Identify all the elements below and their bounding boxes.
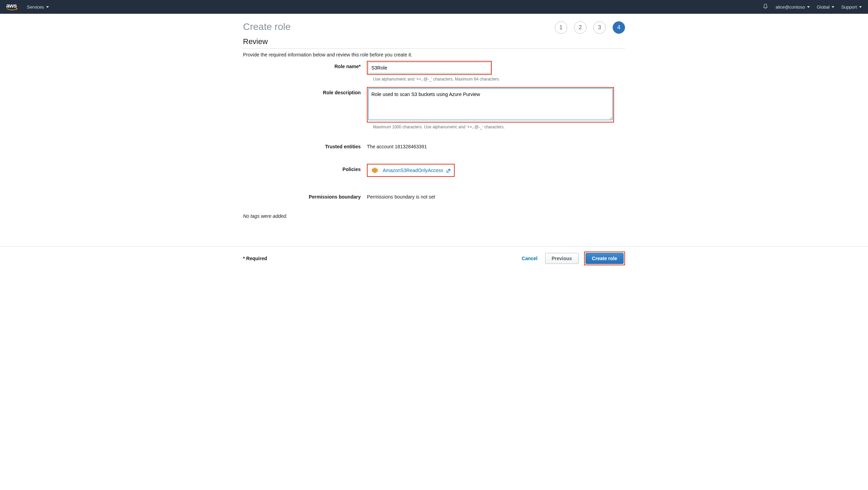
role-name-hint: Use alphanumeric and '+=,.@-_' character… xyxy=(373,77,625,82)
external-link-icon xyxy=(446,169,451,173)
section-heading: Review xyxy=(243,37,625,49)
step-1[interactable]: 1 xyxy=(555,21,567,34)
step-indicator: 1 2 3 4 xyxy=(555,21,625,34)
notifications-button[interactable] xyxy=(762,3,769,11)
policy-name: AmazonS3ReadOnlyAccess xyxy=(383,168,443,173)
footer: * Required Cancel Previous Create role xyxy=(0,246,868,270)
no-tags-note: No tags were added. xyxy=(243,213,625,219)
services-menu[interactable]: Services xyxy=(27,4,49,10)
required-note: * Required xyxy=(243,256,267,261)
policy-box-icon xyxy=(371,167,379,174)
create-role-button[interactable]: Create role xyxy=(585,253,624,264)
step-3[interactable]: 3 xyxy=(593,21,606,34)
caret-down-icon xyxy=(859,6,862,8)
policies-label: Policies xyxy=(243,164,367,172)
nav-region-label: Global xyxy=(817,4,830,10)
role-desc-input[interactable] xyxy=(368,88,613,120)
role-name-input[interactable] xyxy=(368,62,490,73)
role-desc-label: Role description xyxy=(243,87,367,95)
role-desc-hint: Maximum 1000 characters. Use alphanumeri… xyxy=(373,125,625,129)
step-2[interactable]: 2 xyxy=(574,21,586,34)
trusted-entities-label: Trusted entities xyxy=(243,141,367,149)
account-menu[interactable]: alice@contoso xyxy=(775,4,809,10)
nav-account-label: alice@contoso xyxy=(775,4,805,10)
role-name-label: Role name* xyxy=(243,61,367,69)
previous-button[interactable]: Previous xyxy=(545,253,579,264)
caret-down-icon xyxy=(46,6,49,8)
bell-icon xyxy=(762,3,769,10)
region-menu[interactable]: Global xyxy=(817,4,835,10)
permissions-boundary-label: Permissions boundary xyxy=(243,191,367,200)
aws-logo[interactable]: aws xyxy=(6,3,19,11)
cancel-button[interactable]: Cancel xyxy=(520,253,540,264)
support-menu[interactable]: Support xyxy=(841,4,862,10)
policy-link[interactable]: AmazonS3ReadOnlyAccess xyxy=(383,168,451,173)
caret-down-icon xyxy=(832,6,834,8)
nav-support-label: Support xyxy=(841,4,857,10)
step-4[interactable]: 4 xyxy=(613,21,625,34)
top-nav: aws Services alice@contoso Global xyxy=(0,0,868,14)
permissions-boundary-value: Permissions boundary is not set xyxy=(367,191,625,200)
section-instructions: Provide the required information below a… xyxy=(243,52,625,57)
main-content: Create role 1 2 3 4 Review Provide the r… xyxy=(243,14,625,219)
caret-down-icon xyxy=(807,6,810,8)
trusted-entities-value: The account 181328463391 xyxy=(367,141,625,149)
nav-services-label: Services xyxy=(27,4,44,10)
